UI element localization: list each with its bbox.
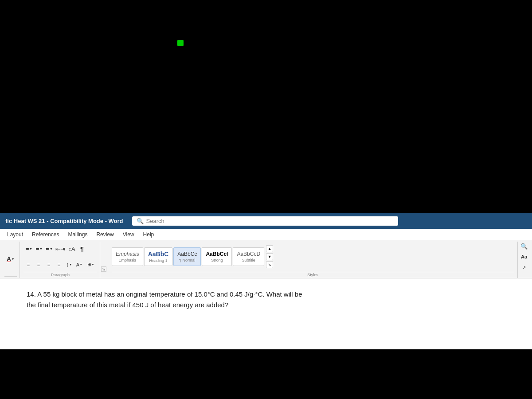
- bullet-list-button[interactable]: ≔ ▼: [23, 245, 33, 254]
- shading-button[interactable]: A ▼: [74, 260, 84, 269]
- style-subtitle-label: Subtitle: [242, 258, 255, 262]
- find-button[interactable]: 🔍: [520, 242, 528, 250]
- font-group-label: [4, 276, 17, 277]
- justify-icon: ≡: [58, 262, 60, 267]
- style-normal-label: ¶ Normal: [179, 258, 195, 262]
- search-input[interactable]: [146, 218, 394, 224]
- style-subtitle-card[interactable]: AaBbCcD Subtitle: [233, 247, 264, 266]
- font-dropdown-icon[interactable]: ▼: [11, 257, 15, 261]
- style-normal-card[interactable]: AaBbCc ¶ Normal: [173, 247, 201, 266]
- document-area: 14. A 55 kg block of metal has an origin…: [0, 278, 532, 349]
- align-right-button[interactable]: ≡: [44, 260, 54, 269]
- styles-scroll-down-button[interactable]: ▼: [266, 253, 273, 260]
- bullet-list-icon: ≔: [24, 246, 29, 252]
- line-spacing-button[interactable]: ↕ ▼: [64, 260, 74, 269]
- style-strong-preview: AaBbCcl: [206, 251, 228, 257]
- align-left-icon: ≡: [27, 262, 30, 267]
- multilevel-list-button[interactable]: ≔ ▼: [44, 245, 54, 254]
- ribbon-content: A ▼ ≔ ▼ ≔ ▼ ≔ ▼: [0, 240, 532, 278]
- menu-layout[interactable]: Layout: [4, 231, 27, 239]
- multilevel-list-icon: ≔: [45, 246, 50, 252]
- style-emphasis-card[interactable]: Emphasis Emphasis: [112, 247, 143, 266]
- styles-group: Emphasis Emphasis AaBbC Heading 1 AaBbCc…: [109, 242, 516, 278]
- shading-icon: A: [76, 262, 79, 267]
- expand-ribbon-button[interactable]: ↗: [520, 263, 528, 272]
- sort-button[interactable]: ↕A: [67, 245, 77, 254]
- show-hide-button[interactable]: ¶: [77, 245, 87, 254]
- bullet-dropdown-caret: ▼: [29, 247, 32, 250]
- styles-expand-button[interactable]: ↘: [266, 261, 273, 268]
- green-indicator: [177, 40, 184, 46]
- document-text-line1[interactable]: 14. A 55 kg block of metal has an origin…: [27, 289, 505, 300]
- font-color-button[interactable]: A ▼: [4, 254, 17, 263]
- line-spacing-caret: ▼: [69, 263, 72, 266]
- style-emphasis-preview: Emphasis: [116, 251, 139, 257]
- shading-caret: ▼: [79, 263, 82, 266]
- paragraph-expand-icon[interactable]: ↘: [101, 266, 106, 272]
- decrease-indent-button[interactable]: ⇤ ⇥: [54, 245, 66, 254]
- font-tools: A ▼: [4, 242, 17, 276]
- numbered-list-icon: ≔: [35, 246, 39, 252]
- style-strong-label: Strong: [211, 258, 223, 262]
- document-text-line2[interactable]: the final temperature of this metal if 4…: [27, 300, 505, 310]
- sort-icon: ↕A: [68, 246, 75, 252]
- align-left-button[interactable]: ≡: [23, 260, 33, 269]
- align-right-icon: ≡: [47, 262, 50, 267]
- styles-pane-icon: Aa: [521, 254, 527, 259]
- paragraph-group: ≔ ▼ ≔ ▼ ≔ ▼ ⇤ ⇥ ↕A ¶: [21, 242, 100, 278]
- justify-button[interactable]: ≡: [54, 260, 64, 269]
- numbered-dropdown-caret: ▼: [39, 247, 43, 250]
- menu-review[interactable]: Review: [93, 231, 117, 239]
- styles-scroll-up-button[interactable]: ▲: [266, 245, 273, 252]
- style-heading1-label: Heading 1: [149, 258, 168, 263]
- paragraph-tools-row2: ≡ ≡ ≡ ≡ ↕ ▼ A ▼: [23, 257, 97, 272]
- numbered-list-button[interactable]: ≔ ▼: [34, 245, 43, 254]
- increase-indent-icon: ⇥: [60, 246, 65, 252]
- menu-view[interactable]: View: [119, 231, 138, 239]
- menu-bar: Layout References Mailings Review View H…: [0, 229, 532, 240]
- borders-icon: ⊞: [87, 262, 91, 267]
- styles-pane-button[interactable]: Aa: [520, 252, 528, 261]
- menu-mailings[interactable]: Mailings: [64, 231, 91, 239]
- pilcrow-icon: ¶: [80, 246, 84, 253]
- borders-button[interactable]: ⊞ ▼: [85, 260, 97, 269]
- dark-background: [0, 0, 532, 213]
- window-title: fic Heat WS 21 - Compatibility Mode - Wo…: [5, 218, 123, 224]
- ribbon: A ▼ ≔ ▼ ≔ ▼ ≔ ▼: [0, 240, 532, 278]
- center-align-button[interactable]: ≡: [34, 260, 43, 269]
- menu-help[interactable]: Help: [140, 231, 158, 239]
- style-emphasis-label: Emphasis: [119, 258, 137, 262]
- search-box[interactable]: 🔍: [132, 216, 398, 226]
- decrease-indent-icon: ⇤: [55, 246, 60, 252]
- styles-scroll: ▲ ▼ ↘: [266, 245, 273, 268]
- style-heading1-card[interactable]: AaBbC Heading 1: [144, 247, 173, 266]
- multilevel-dropdown-caret: ▼: [50, 247, 53, 250]
- menu-references[interactable]: References: [28, 231, 63, 239]
- paragraph-corner[interactable]: ↘: [101, 242, 106, 278]
- style-heading1-preview: AaBbC: [148, 250, 169, 258]
- font-group: A ▼: [2, 242, 20, 278]
- style-normal-preview: AaBbCc: [177, 251, 197, 257]
- paragraph-group-label: Paragraph: [23, 272, 97, 277]
- style-subtitle-preview: AaBbCcD: [237, 251, 260, 257]
- styles-group-label: Styles: [112, 272, 514, 277]
- ribbon-right-controls: 🔍 Aa ↗: [517, 242, 530, 278]
- styles-cards: Emphasis Emphasis AaBbC Heading 1 AaBbCc…: [112, 242, 514, 272]
- title-bar: fic Heat WS 21 - Compatibility Mode - Wo…: [0, 213, 532, 229]
- expand-icon: ↗: [522, 265, 526, 270]
- font-a-icon: A: [7, 255, 11, 262]
- style-strong-card[interactable]: AaBbCcl Strong: [202, 247, 232, 266]
- search-icon: 🔍: [137, 218, 144, 224]
- paragraph-tools-row1: ≔ ▼ ≔ ▼ ≔ ▼ ⇤ ⇥ ↕A ¶: [23, 242, 87, 256]
- search-icon: 🔍: [520, 243, 528, 250]
- borders-caret: ▼: [91, 263, 94, 266]
- center-align-icon: ≡: [37, 262, 40, 267]
